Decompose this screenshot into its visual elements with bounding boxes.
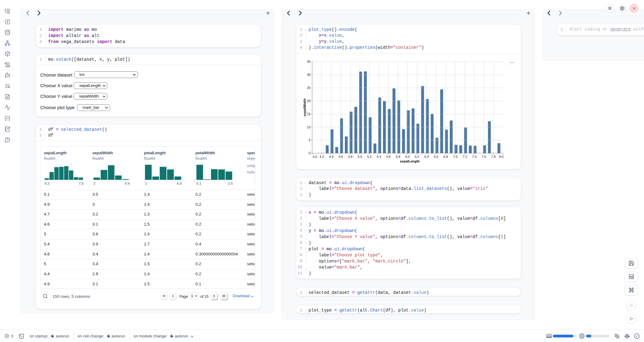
svg-text:4.8: 4.8 <box>348 155 352 159</box>
svg-text:5.0: 5.0 <box>358 155 362 159</box>
svg-text:6.6: 6.6 <box>434 155 438 159</box>
svg-text:35: 35 <box>307 60 311 63</box>
svg-text:20: 20 <box>307 99 311 103</box>
svg-text:4.0: 4.0 <box>313 155 317 159</box>
svg-text:7.4: 7.4 <box>472 155 477 159</box>
svg-text:6.2: 6.2 <box>415 155 419 159</box>
svg-text:sepalWidth: sepalWidth <box>303 98 307 116</box>
svg-text:4.6: 4.6 <box>338 155 343 159</box>
svg-text:4.2: 4.2 <box>320 155 324 159</box>
svg-text:sepalLength: sepalLength <box>400 159 420 163</box>
svg-text:15: 15 <box>307 112 311 116</box>
svg-text:5: 5 <box>309 138 310 142</box>
svg-text:7.0: 7.0 <box>453 155 458 159</box>
svg-text:5.2: 5.2 <box>367 155 372 159</box>
svg-text:0: 0 <box>309 151 310 155</box>
svg-text:5.4: 5.4 <box>377 155 381 159</box>
svg-text:25: 25 <box>307 86 311 90</box>
svg-text:6.8: 6.8 <box>443 155 448 159</box>
svg-text:6.0: 6.0 <box>405 155 410 159</box>
svg-text:8.0: 8.0 <box>499 155 504 159</box>
svg-text:7.2: 7.2 <box>463 155 467 159</box>
svg-text:5.6: 5.6 <box>386 155 391 159</box>
svg-text:30: 30 <box>307 73 311 77</box>
svg-text:10: 10 <box>307 125 311 129</box>
svg-text:6.4: 6.4 <box>424 155 429 159</box>
svg-text:7.8: 7.8 <box>491 155 496 159</box>
svg-text:5.8: 5.8 <box>396 155 400 159</box>
svg-text:7.6: 7.6 <box>481 155 486 159</box>
svg-text:4.4: 4.4 <box>329 155 334 159</box>
